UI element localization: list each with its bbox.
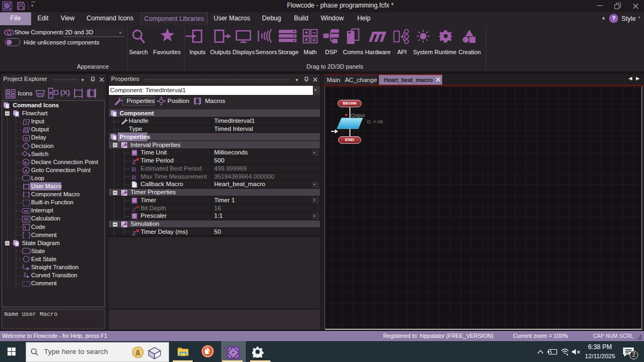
svg-text:D: D [25,136,28,141]
svg-text:✱: ✱ [136,158,139,162]
svg-text:A: A [25,168,28,173]
svg-text:INT: INT [24,209,30,212]
svg-text:I/O: I/O [38,92,43,97]
svg-text:✱: ✱ [136,205,139,210]
svg-text:✱: ✱ [136,229,139,233]
svg-text:A:: A: [24,160,28,165]
svg-text:...: ... [25,283,27,286]
